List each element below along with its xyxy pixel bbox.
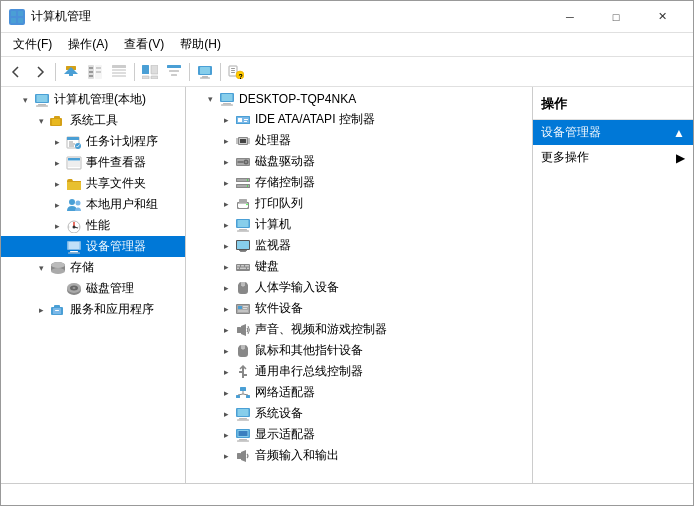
dev-item-disk[interactable]: ▸ 磁盘驱动器 [186, 151, 532, 172]
dev-item-label: 打印队列 [255, 195, 303, 212]
dev-comp-icon [234, 217, 252, 233]
dev-item-software-device[interactable]: ▸ 软件设备 [186, 298, 532, 319]
tree-item-task-scheduler[interactable]: ▸ 任务计划程序 [1, 131, 185, 152]
dev-item-label: 处理器 [255, 132, 291, 149]
close-button[interactable]: ✕ [639, 1, 685, 33]
svg-rect-31 [231, 70, 235, 71]
svg-line-141 [238, 394, 243, 395]
dev-item-keyboard[interactable]: ▸ 键盘 [186, 256, 532, 277]
svg-line-142 [243, 394, 248, 395]
menu-file[interactable]: 文件(F) [5, 34, 60, 55]
dev-storage-icon [234, 175, 252, 191]
collapse-button[interactable] [163, 61, 185, 83]
window-icon [9, 9, 25, 25]
minimize-button[interactable]: ─ [547, 1, 593, 33]
svg-rect-19 [151, 65, 158, 74]
dev-keyboard-icon [234, 259, 252, 275]
tree-item-performance[interactable]: ▸ 性能 [1, 215, 185, 236]
tree-item-event-viewer[interactable]: ▸ 事件查看器 [1, 152, 185, 173]
svg-rect-151 [239, 431, 248, 436]
tree-root-computer[interactable]: ▾ 计算机管理(本地) [1, 89, 185, 110]
dev-item-label: 鼠标和其他指针设备 [255, 342, 363, 359]
svg-rect-9 [89, 71, 93, 73]
dev-item-monitor[interactable]: ▸ 监视器 [186, 235, 532, 256]
svg-point-54 [76, 200, 81, 205]
dev-item-system[interactable]: ▸ 系统设备 [186, 403, 532, 424]
svg-rect-86 [240, 139, 246, 143]
dev-arrow: ▸ [218, 178, 234, 188]
svg-rect-131 [237, 327, 241, 333]
svg-rect-106 [239, 199, 247, 203]
tree-item-local-users[interactable]: ▸ 本地用户和组 [1, 194, 185, 215]
properties-button[interactable] [139, 61, 161, 83]
tree-arrow: ▸ [49, 200, 65, 210]
svg-rect-74 [55, 310, 59, 311]
dev-item-processor[interactable]: ▸ 处理器 [186, 130, 532, 151]
svg-rect-144 [238, 409, 249, 416]
dev-computer-icon [218, 91, 236, 107]
task-icon [65, 134, 83, 150]
dev-item-hid[interactable]: ▸ 人体学输入设备 [186, 277, 532, 298]
svg-rect-0 [11, 11, 16, 16]
action-arrow-icon: ▶ [676, 151, 685, 165]
dev-item-audio[interactable]: ▸ 声音、视频和游戏控制器 [186, 319, 532, 340]
dev-item-network[interactable]: ▸ 网络适配器 [186, 382, 532, 403]
dev-item-usb[interactable]: ▸ 通用串行总线控制器 [186, 361, 532, 382]
maximize-button[interactable]: □ [593, 1, 639, 33]
tree-item-system-tools[interactable]: ▾ 系统工具 [1, 110, 185, 131]
tree-item-device-manager[interactable]: 设备管理器 [1, 236, 185, 257]
tree-arrow: ▸ [49, 179, 65, 189]
dev-arrow: ▸ [218, 325, 234, 335]
dev-item-computer[interactable]: ▸ 计算机 [186, 214, 532, 235]
tree-arrow: ▸ [33, 305, 49, 315]
svg-rect-62 [68, 252, 80, 253]
tree-item-shared-folders[interactable]: ▸ 共享文件夹 [1, 173, 185, 194]
help-icon-button[interactable]: ? [225, 61, 247, 83]
menu-action[interactable]: 操作(A) [60, 34, 116, 55]
dev-root[interactable]: ▾ DESKTOP-TQP4NKA [186, 89, 532, 109]
svg-point-56 [73, 225, 76, 228]
tree-arrow: ▸ [49, 158, 65, 168]
tree-item-storage[interactable]: ▾ 存储 [1, 257, 185, 278]
action-device-manager[interactable]: 设备管理器 ▲ [533, 120, 693, 145]
dev-audioio-icon [234, 448, 252, 464]
dev-item-label: 监视器 [255, 237, 291, 254]
dev-arrow: ▾ [202, 94, 218, 104]
dev-item-label: 声音、视频和游戏控制器 [255, 321, 387, 338]
menu-help[interactable]: 帮助(H) [172, 34, 229, 55]
forward-button[interactable] [29, 61, 51, 83]
dev-item-display[interactable]: ▸ 显示适配器 [186, 424, 532, 445]
dev-arrow: ▸ [218, 157, 234, 167]
services-icon [49, 302, 67, 318]
up-button[interactable] [60, 61, 82, 83]
tree-item-disk-management[interactable]: 磁盘管理 [1, 278, 185, 299]
svg-rect-44 [69, 141, 73, 142]
tree-item-services[interactable]: ▸ 服务和应用程序 [1, 299, 185, 320]
dev-item-label: 计算机 [255, 216, 291, 233]
svg-rect-138 [236, 395, 240, 398]
svg-rect-43 [67, 137, 79, 140]
svg-rect-49 [68, 158, 80, 161]
tree-item-label: 磁盘管理 [86, 280, 134, 297]
main-window: 计算机管理 ─ □ ✕ 文件(F) 操作(A) 查看(V) 帮助(H) [0, 0, 694, 506]
svg-point-53 [69, 199, 75, 205]
action-more[interactable]: 更多操作 ▶ [533, 145, 693, 170]
columns-button[interactable] [108, 61, 130, 83]
computer-icon-button[interactable] [194, 61, 216, 83]
dev-item-print[interactable]: ▸ 打印队列 [186, 193, 532, 214]
svg-rect-37 [38, 104, 46, 105]
dev-item-mouse[interactable]: ▸ 鼠标和其他指针设备 [186, 340, 532, 361]
menu-view[interactable]: 查看(V) [116, 34, 172, 55]
show-hide-tree-button[interactable] [84, 61, 106, 83]
storage-icon [49, 260, 67, 276]
svg-rect-10 [89, 75, 93, 77]
dev-mouse-icon [234, 343, 252, 359]
svg-rect-1 [18, 11, 23, 16]
svg-rect-38 [36, 105, 48, 106]
dev-item-audio-io[interactable]: ▸ 音频输入和输出 [186, 445, 532, 466]
dev-item-ide[interactable]: ▸ IDE ATA/ATAPI 控制器 [186, 109, 532, 130]
back-button[interactable] [5, 61, 27, 83]
svg-rect-112 [237, 230, 249, 231]
dev-item-storage-ctrl[interactable]: ▸ 存储控制器 [186, 172, 532, 193]
dev-item-label: 系统设备 [255, 405, 303, 422]
